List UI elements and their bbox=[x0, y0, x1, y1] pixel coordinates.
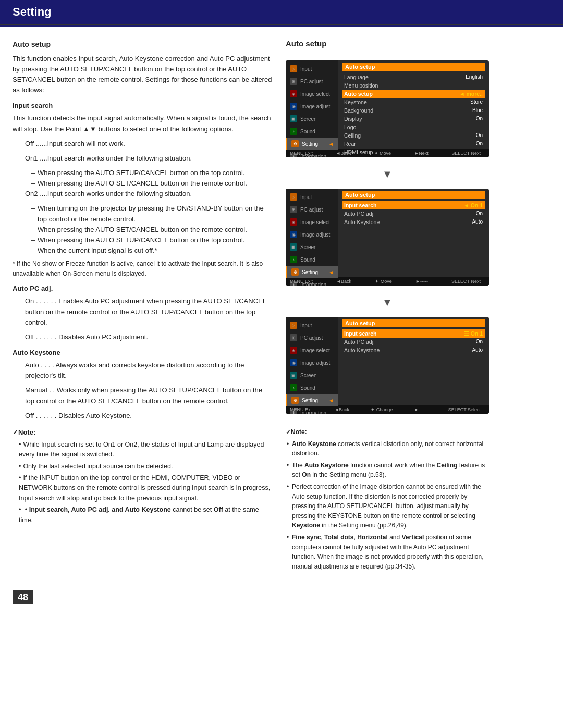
main-content: Auto setup This function enables Input s… bbox=[0, 27, 563, 586]
right-note-1: The Auto Keystone function cannot work w… bbox=[286, 461, 489, 480]
s3-sidebar-screen: ▣Screen bbox=[286, 369, 338, 381]
s3-row-autopc: Auto PC adj.On bbox=[342, 338, 485, 346]
setting-icon: ⚙ bbox=[291, 140, 299, 147]
s2-sidebar-imgsel: ◈Image select bbox=[286, 216, 338, 228]
auto-pc-off: Off . . . . . . Disables Auto PC adjustm… bbox=[13, 332, 273, 342]
ui-screen-2-inner: ▷Input ⊞PC adjust ◈Image select ◉Image a… bbox=[286, 189, 489, 277]
s3-sidebar-pc: ⊞PC adjust bbox=[286, 331, 338, 344]
input-on1: On1 ....Input search works under the fol… bbox=[13, 153, 273, 164]
s3-imgsel-icon: ◈ bbox=[290, 347, 297, 354]
left-column: Auto setup This function enables Input s… bbox=[13, 39, 273, 573]
s2-sound-icon: ♪ bbox=[290, 256, 297, 263]
pcadjust-icon: ⊞ bbox=[290, 78, 297, 85]
row-logo: Logo bbox=[342, 123, 485, 131]
left-note-item-1: Only the last selected input source can … bbox=[13, 462, 273, 472]
s2-row-autopc: Auto PC adj.On bbox=[342, 209, 485, 218]
imageadjust-icon: ◉ bbox=[290, 103, 297, 110]
s3-input-icon: ▷ bbox=[290, 322, 297, 329]
input-search-title: Input search bbox=[13, 101, 273, 111]
sidebar-label-imageselect: Image select bbox=[300, 91, 330, 97]
on2-detail-1: When turning on the projector by pressin… bbox=[13, 203, 273, 224]
s2-sidebar-setting: ⚙Setting ◄ bbox=[286, 266, 338, 278]
s2-sidebar-imgadj: ◉Image adjust bbox=[286, 228, 338, 241]
left-note-title: ✓Note: bbox=[13, 427, 273, 438]
page-footer: 48 bbox=[0, 586, 563, 609]
row-menupos: Menu position bbox=[342, 81, 485, 90]
s2-sidebar-input: ▷Input bbox=[286, 191, 338, 203]
row-bg: BackgroundBlue bbox=[342, 106, 485, 115]
s2-row-inputsearch: Input search◄ On 1 bbox=[342, 201, 485, 209]
right-column: Auto setup ▷ Input ⊞ PC adjust bbox=[286, 39, 489, 573]
imageselect-icon: ◈ bbox=[290, 90, 297, 97]
input-off: Off ......Input search will not work. bbox=[13, 139, 273, 149]
screen-2-wrap: ▷Input ⊞PC adjust ◈Image select ◉Image a… bbox=[286, 189, 489, 286]
page-number: 48 bbox=[13, 590, 33, 604]
ui-screen-3-panel-title: Auto setup bbox=[342, 319, 485, 327]
s2-input-icon: ▷ bbox=[290, 193, 297, 201]
auto-keystone-title: Auto Keystone bbox=[13, 348, 273, 358]
screen-icon: ▣ bbox=[290, 115, 297, 122]
s3-imgadj-icon: ◉ bbox=[290, 359, 297, 366]
row-ceiling: CeilingOn bbox=[342, 131, 485, 140]
auto-keystone-auto: Auto . . . . Always works and corrects k… bbox=[13, 360, 273, 381]
s2-imgadj-icon: ◉ bbox=[290, 231, 297, 238]
sidebar-label-sound: Sound bbox=[300, 129, 315, 134]
ui-screen-1-panel-title: Auto setup bbox=[342, 63, 485, 71]
left-intro: This function enables Input search, Auto… bbox=[13, 54, 273, 96]
right-section-title: Auto setup bbox=[286, 39, 489, 48]
on1-detail-2: When pressing the AUTO SET/CANCEL button… bbox=[13, 178, 273, 189]
page-header: Setting bbox=[0, 0, 563, 25]
ui-screen-2-panel: Auto setup Input search◄ On 1 Auto PC ad… bbox=[338, 189, 489, 277]
on2-detail-2: When pressing the AUTO SET/CANCEL button… bbox=[13, 225, 273, 235]
sidebar-item-sound: ♪ Sound bbox=[286, 125, 338, 138]
right-note-2: Perfect correction of the image distorti… bbox=[286, 482, 489, 530]
ui-screen-1-panel: Auto setup LanguageEnglish Menu position… bbox=[338, 60, 489, 149]
s2-sidebar-sound: ♪Sound bbox=[286, 253, 338, 266]
ui-screen-2-panel-title: Auto setup bbox=[342, 191, 485, 199]
row-language: LanguageEnglish bbox=[342, 73, 485, 81]
ui-screen-1: ▷ Input ⊞ PC adjust ◈ Image select ◉ bbox=[286, 60, 489, 157]
ui-screen-3-inner: ▷Input ⊞PC adjust ◈Image select ◉Image a… bbox=[286, 317, 489, 405]
sidebar-item-setting: ⚙ Setting ◄ bbox=[286, 138, 338, 150]
auto-keystone-manual: Manual . . Works only when pressing the … bbox=[13, 385, 273, 406]
ui-screen-2: ▷Input ⊞PC adjust ◈Image select ◉Image a… bbox=[286, 189, 489, 286]
s3-sidebar-input: ▷Input bbox=[286, 319, 338, 331]
sidebar-item-screen: ▣ Screen bbox=[286, 113, 338, 125]
s3-sidebar-imgadj: ◉Image adjust bbox=[286, 356, 338, 369]
input-on2: On2 ....Input search works under the fol… bbox=[13, 189, 273, 199]
sidebar-label-imageadjust: Image adjust bbox=[300, 104, 330, 109]
sidebar-label-setting: Setting bbox=[302, 141, 318, 147]
screen-1-wrap: ▷ Input ⊞ PC adjust ◈ Image select ◉ bbox=[286, 60, 489, 157]
sidebar-item-imageselect: ◈ Image select bbox=[286, 88, 338, 100]
ui-screen-3: ▷Input ⊞PC adjust ◈Image select ◉Image a… bbox=[286, 317, 489, 414]
input-icon: ▷ bbox=[290, 65, 297, 72]
right-note-title: ✓Note: bbox=[286, 427, 489, 437]
on2-detail-3: When pressing the AUTO SETUP/CANCEL butt… bbox=[13, 235, 273, 245]
s2-imgsel-icon: ◈ bbox=[290, 218, 297, 226]
right-note: ✓Note: Auto Keystone corrects vertical d… bbox=[286, 427, 489, 573]
s2-setting-icon: ⚙ bbox=[291, 268, 299, 276]
ui-screen-3-sidebar: ▷Input ⊞PC adjust ◈Image select ◉Image a… bbox=[286, 317, 338, 405]
left-note-item-3: • Input search, Auto PC adj. and Auto Ke… bbox=[13, 505, 273, 525]
s2-sidebar-pc: ⊞PC adjust bbox=[286, 203, 338, 216]
s2-sidebar-screen: ▣Screen bbox=[286, 241, 338, 253]
left-note-item-2: If the INPUT button on the top control o… bbox=[13, 473, 273, 503]
row-keystone: KeystoneStore bbox=[342, 98, 485, 106]
s3-row-inputsearch: Input search☰ On 1 bbox=[342, 329, 485, 338]
sidebar-label-pcadjust: PC adjust bbox=[300, 79, 323, 84]
s2-pc-icon: ⊞ bbox=[290, 206, 297, 213]
auto-keystone-off: Off . . . . . . Disables Auto Keystone. bbox=[13, 411, 273, 421]
right-note-3: Fine sync, Total dots, Horizontal and Ve… bbox=[286, 533, 489, 571]
page-title: Setting bbox=[13, 5, 52, 18]
s3-row-autokeystone: Auto KeystoneAuto bbox=[342, 346, 485, 354]
auto-pc-title: Auto PC adj. bbox=[13, 283, 273, 294]
on2-detail-4: When the current input signal is cut off… bbox=[13, 245, 273, 256]
row-autosetup: Auto setup◄ more.. bbox=[342, 90, 485, 98]
s3-pc-icon: ⊞ bbox=[290, 334, 297, 341]
input-search-desc: This function detects the input signal a… bbox=[13, 113, 273, 134]
sound-icon: ♪ bbox=[290, 128, 297, 135]
left-note: ✓Note: While Input search is set to On1 … bbox=[13, 427, 273, 525]
s2-row-autokeystone: Auto KeystoneAuto bbox=[342, 218, 485, 226]
left-section-title: Auto setup bbox=[13, 39, 273, 51]
left-note-item-0: While Input search is set to On1 or On2,… bbox=[13, 440, 273, 460]
